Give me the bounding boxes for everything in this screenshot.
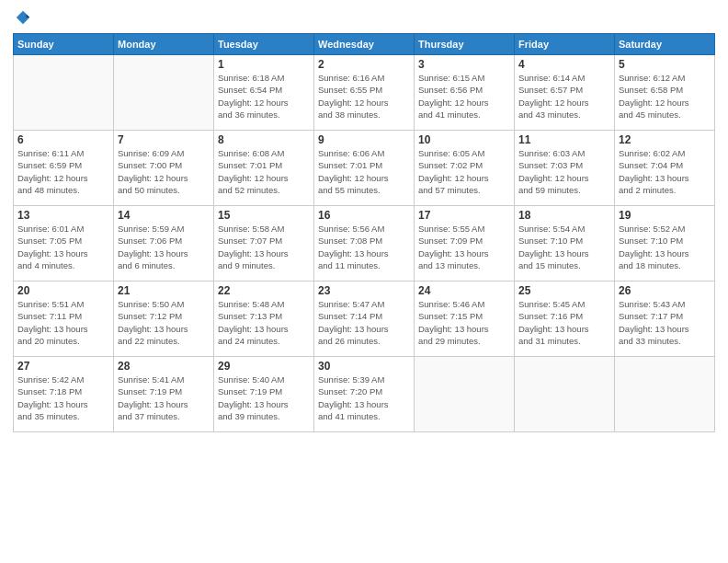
- day-info: Sunrise: 6:18 AM Sunset: 6:54 PM Dayligh…: [218, 72, 310, 121]
- day-number: 29: [218, 360, 310, 373]
- day-info: Sunrise: 6:12 AM Sunset: 6:58 PM Dayligh…: [619, 72, 711, 121]
- day-number: 8: [218, 133, 310, 146]
- header: [13, 9, 715, 26]
- calendar-header-row: SundayMondayTuesdayWednesdayThursdayFrid…: [14, 34, 715, 55]
- day-number: 16: [318, 209, 410, 222]
- day-number: 9: [318, 133, 410, 146]
- calendar-cell: 25Sunrise: 5:45 AM Sunset: 7:16 PM Dayli…: [515, 282, 615, 357]
- day-number: 19: [619, 209, 711, 222]
- logo-text: [13, 9, 31, 26]
- day-info: Sunrise: 5:41 AM Sunset: 7:19 PM Dayligh…: [118, 373, 210, 422]
- calendar-cell: 17Sunrise: 5:55 AM Sunset: 7:09 PM Dayli…: [415, 206, 515, 282]
- day-number: 6: [17, 133, 109, 146]
- calendar-table: SundayMondayTuesdayWednesdayThursdayFrid…: [13, 33, 715, 432]
- day-info: Sunrise: 6:16 AM Sunset: 6:55 PM Dayligh…: [318, 72, 410, 121]
- day-number: 21: [118, 284, 210, 297]
- calendar-week-1: 1Sunrise: 6:18 AM Sunset: 6:54 PM Daylig…: [14, 55, 715, 131]
- calendar-cell: [415, 357, 515, 432]
- day-number: 24: [418, 284, 510, 297]
- calendar-cell: 9Sunrise: 6:06 AM Sunset: 7:01 PM Daylig…: [314, 131, 415, 206]
- calendar-cell: 30Sunrise: 5:39 AM Sunset: 7:20 PM Dayli…: [314, 357, 415, 432]
- day-info: Sunrise: 5:54 AM Sunset: 7:10 PM Dayligh…: [518, 223, 610, 271]
- calendar-cell: 5Sunrise: 6:12 AM Sunset: 6:58 PM Daylig…: [615, 55, 715, 131]
- calendar-cell: 4Sunrise: 6:14 AM Sunset: 6:57 PM Daylig…: [515, 55, 615, 131]
- day-info: Sunrise: 5:52 AM Sunset: 7:10 PM Dayligh…: [619, 223, 711, 271]
- day-info: Sunrise: 5:46 AM Sunset: 7:15 PM Dayligh…: [418, 298, 510, 347]
- day-info: Sunrise: 6:11 AM Sunset: 6:59 PM Dayligh…: [17, 147, 109, 196]
- calendar-cell: 27Sunrise: 5:42 AM Sunset: 7:18 PM Dayli…: [14, 357, 114, 432]
- day-number: 13: [17, 209, 109, 222]
- page: SundayMondayTuesdayWednesdayThursdayFrid…: [0, 0, 728, 563]
- calendar-cell: 13Sunrise: 6:01 AM Sunset: 7:05 PM Dayli…: [14, 206, 114, 282]
- day-number: 12: [619, 133, 711, 146]
- col-header-tuesday: Tuesday: [214, 34, 314, 55]
- col-header-saturday: Saturday: [615, 34, 715, 55]
- day-number: 17: [418, 209, 510, 222]
- logo: [13, 9, 31, 26]
- calendar-week-3: 13Sunrise: 6:01 AM Sunset: 7:05 PM Dayli…: [14, 206, 715, 282]
- day-info: Sunrise: 6:02 AM Sunset: 7:04 PM Dayligh…: [619, 147, 711, 196]
- day-info: Sunrise: 6:05 AM Sunset: 7:02 PM Dayligh…: [418, 147, 510, 196]
- day-number: 15: [218, 209, 310, 222]
- day-info: Sunrise: 5:47 AM Sunset: 7:14 PM Dayligh…: [318, 298, 410, 347]
- logo-icon: [15, 9, 31, 26]
- calendar-week-2: 6Sunrise: 6:11 AM Sunset: 6:59 PM Daylig…: [14, 131, 715, 206]
- day-info: Sunrise: 5:45 AM Sunset: 7:16 PM Dayligh…: [518, 298, 610, 347]
- day-number: 25: [518, 284, 610, 297]
- day-number: 30: [318, 360, 410, 373]
- calendar-cell: 26Sunrise: 5:43 AM Sunset: 7:17 PM Dayli…: [615, 282, 715, 357]
- col-header-thursday: Thursday: [415, 34, 515, 55]
- day-info: Sunrise: 5:40 AM Sunset: 7:19 PM Dayligh…: [218, 373, 310, 422]
- calendar-cell: 20Sunrise: 5:51 AM Sunset: 7:11 PM Dayli…: [14, 282, 114, 357]
- calendar-cell: [114, 55, 214, 131]
- day-info: Sunrise: 5:58 AM Sunset: 7:07 PM Dayligh…: [218, 223, 310, 271]
- calendar-cell: 2Sunrise: 6:16 AM Sunset: 6:55 PM Daylig…: [314, 55, 415, 131]
- day-info: Sunrise: 6:15 AM Sunset: 6:56 PM Dayligh…: [418, 72, 510, 121]
- day-number: 10: [418, 133, 510, 146]
- day-info: Sunrise: 5:50 AM Sunset: 7:12 PM Dayligh…: [118, 298, 210, 347]
- day-info: Sunrise: 5:39 AM Sunset: 7:20 PM Dayligh…: [318, 373, 410, 422]
- calendar-cell: [515, 357, 615, 432]
- calendar-cell: 12Sunrise: 6:02 AM Sunset: 7:04 PM Dayli…: [615, 131, 715, 206]
- col-header-monday: Monday: [114, 34, 214, 55]
- calendar-cell: 11Sunrise: 6:03 AM Sunset: 7:03 PM Dayli…: [515, 131, 615, 206]
- day-number: 4: [518, 58, 610, 71]
- calendar-cell: 7Sunrise: 6:09 AM Sunset: 7:00 PM Daylig…: [114, 131, 214, 206]
- calendar-cell: 14Sunrise: 5:59 AM Sunset: 7:06 PM Dayli…: [114, 206, 214, 282]
- day-number: 23: [318, 284, 410, 297]
- calendar-cell: 21Sunrise: 5:50 AM Sunset: 7:12 PM Dayli…: [114, 282, 214, 357]
- col-header-sunday: Sunday: [14, 34, 114, 55]
- calendar-cell: 28Sunrise: 5:41 AM Sunset: 7:19 PM Dayli…: [114, 357, 214, 432]
- day-info: Sunrise: 6:06 AM Sunset: 7:01 PM Dayligh…: [318, 147, 410, 196]
- calendar-cell: 24Sunrise: 5:46 AM Sunset: 7:15 PM Dayli…: [415, 282, 515, 357]
- day-number: 11: [518, 133, 610, 146]
- day-number: 18: [518, 209, 610, 222]
- day-number: 28: [118, 360, 210, 373]
- calendar-cell: 23Sunrise: 5:47 AM Sunset: 7:14 PM Dayli…: [314, 282, 415, 357]
- calendar-cell: [14, 55, 114, 131]
- day-number: 2: [318, 58, 410, 71]
- day-info: Sunrise: 5:43 AM Sunset: 7:17 PM Dayligh…: [619, 298, 711, 347]
- day-info: Sunrise: 6:01 AM Sunset: 7:05 PM Dayligh…: [17, 223, 109, 271]
- calendar-cell: 22Sunrise: 5:48 AM Sunset: 7:13 PM Dayli…: [214, 282, 314, 357]
- day-info: Sunrise: 5:48 AM Sunset: 7:13 PM Dayligh…: [218, 298, 310, 347]
- day-number: 5: [619, 58, 711, 71]
- day-info: Sunrise: 6:03 AM Sunset: 7:03 PM Dayligh…: [518, 147, 610, 196]
- day-info: Sunrise: 6:14 AM Sunset: 6:57 PM Dayligh…: [518, 72, 610, 121]
- day-number: 3: [418, 58, 510, 71]
- col-header-wednesday: Wednesday: [314, 34, 415, 55]
- calendar-cell: 3Sunrise: 6:15 AM Sunset: 6:56 PM Daylig…: [415, 55, 515, 131]
- calendar-cell: 16Sunrise: 5:56 AM Sunset: 7:08 PM Dayli…: [314, 206, 415, 282]
- day-info: Sunrise: 6:08 AM Sunset: 7:01 PM Dayligh…: [218, 147, 310, 196]
- calendar-cell: 1Sunrise: 6:18 AM Sunset: 6:54 PM Daylig…: [214, 55, 314, 131]
- calendar-cell: 10Sunrise: 6:05 AM Sunset: 7:02 PM Dayli…: [415, 131, 515, 206]
- calendar-cell: 15Sunrise: 5:58 AM Sunset: 7:07 PM Dayli…: [214, 206, 314, 282]
- day-number: 26: [619, 284, 711, 297]
- day-info: Sunrise: 5:55 AM Sunset: 7:09 PM Dayligh…: [418, 223, 510, 271]
- day-info: Sunrise: 5:59 AM Sunset: 7:06 PM Dayligh…: [118, 223, 210, 271]
- day-number: 14: [118, 209, 210, 222]
- col-header-friday: Friday: [515, 34, 615, 55]
- calendar-cell: 29Sunrise: 5:40 AM Sunset: 7:19 PM Dayli…: [214, 357, 314, 432]
- day-number: 27: [17, 360, 109, 373]
- day-number: 20: [17, 284, 109, 297]
